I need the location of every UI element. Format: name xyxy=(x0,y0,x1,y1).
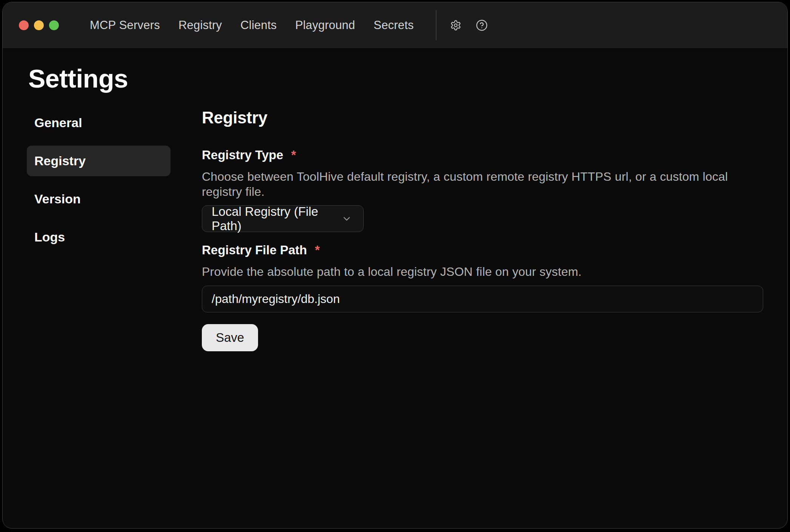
registry-file-path-input[interactable] xyxy=(202,286,763,312)
required-asterisk: * xyxy=(291,148,296,163)
registry-file-path-description: Provide the absolute path to a local reg… xyxy=(202,264,763,279)
registry-file-path-label: Registry File Path xyxy=(202,243,307,258)
traffic-lights xyxy=(19,20,59,30)
nav-item-registry[interactable]: Registry xyxy=(178,18,222,32)
registry-settings-panel: Registry Registry Type * Choose between … xyxy=(202,108,763,351)
close-window-button[interactable] xyxy=(19,20,29,30)
nav-item-secrets[interactable]: Secrets xyxy=(373,18,414,32)
required-asterisk: * xyxy=(315,243,320,258)
nav-item-clients[interactable]: Clients xyxy=(240,18,277,32)
registry-type-selected-value: Local Registry (File Path) xyxy=(212,204,341,233)
app-window: MCP Servers Registry Clients Playground … xyxy=(2,2,788,529)
section-heading: Registry xyxy=(202,108,763,128)
titlebar: MCP Servers Registry Clients Playground … xyxy=(3,2,787,49)
registry-type-select[interactable]: Local Registry (File Path) xyxy=(202,205,364,232)
sidebar-item-version[interactable]: Version xyxy=(27,184,171,214)
minimize-window-button[interactable] xyxy=(34,20,44,30)
settings-page: Settings General Registry Version Logs R… xyxy=(3,49,787,528)
top-nav: MCP Servers Registry Clients Playground … xyxy=(90,18,414,32)
registry-type-description: Choose between ToolHive default registry… xyxy=(202,169,763,199)
titlebar-divider xyxy=(436,10,436,40)
registry-type-label: Registry Type xyxy=(202,148,283,163)
zoom-window-button[interactable] xyxy=(49,20,59,30)
chevron-down-icon xyxy=(341,214,352,224)
nav-item-playground[interactable]: Playground xyxy=(295,18,355,32)
sidebar-item-registry[interactable]: Registry xyxy=(27,146,171,176)
help-icon[interactable] xyxy=(476,19,488,31)
save-button[interactable]: Save xyxy=(202,324,258,351)
nav-item-mcp-servers[interactable]: MCP Servers xyxy=(90,18,160,32)
settings-sidebar: General Registry Version Logs xyxy=(27,108,171,351)
sidebar-item-general[interactable]: General xyxy=(27,108,171,138)
sidebar-item-logs[interactable]: Logs xyxy=(27,222,171,252)
gear-icon[interactable] xyxy=(450,20,461,31)
page-title: Settings xyxy=(28,64,763,93)
